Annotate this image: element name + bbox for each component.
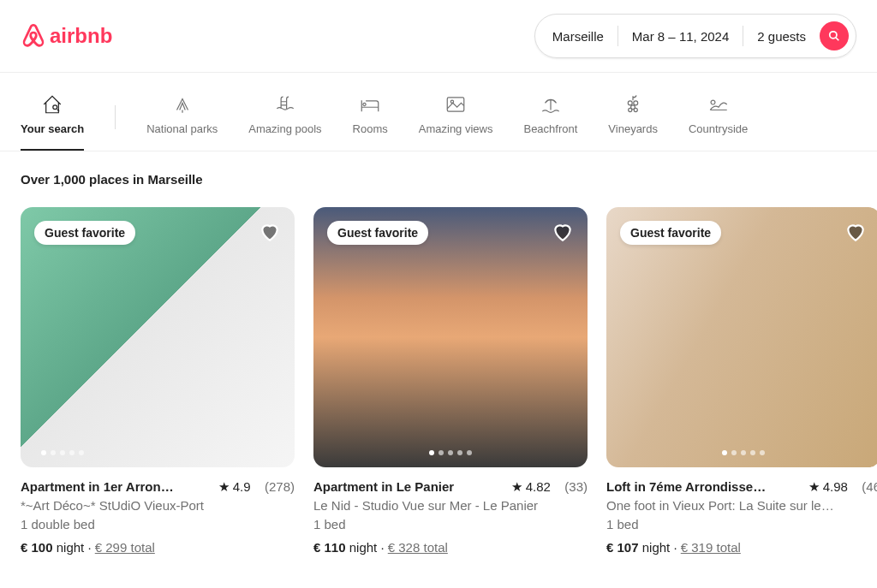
svg-rect-4 bbox=[447, 98, 464, 111]
carousel-dots bbox=[722, 450, 765, 455]
guest-favorite-badge: Guest favorite bbox=[620, 221, 721, 245]
listing-photo[interactable]: Guest favorite bbox=[21, 207, 295, 467]
category-label: National parks bbox=[146, 122, 218, 135]
favorite-heart-icon[interactable] bbox=[552, 221, 574, 243]
listing-card[interactable]: Guest favorite Loft in 7éme Arrondisse… … bbox=[606, 207, 877, 557]
category-bar: Your search National parks Amazing pools… bbox=[0, 72, 877, 151]
category-label: Beachfront bbox=[523, 122, 577, 135]
brand-name: airbnb bbox=[50, 24, 112, 48]
search-location[interactable]: Marseille bbox=[552, 29, 604, 44]
carousel-dots bbox=[429, 450, 472, 455]
logo[interactable]: airbnb bbox=[21, 22, 112, 50]
category-label: Countryside bbox=[689, 122, 748, 135]
svg-point-10 bbox=[634, 108, 637, 111]
listing-title: Loft in 7éme Arrondisse… bbox=[606, 478, 766, 496]
svg-point-9 bbox=[629, 108, 632, 111]
listing-title: Apartment in 1er Arron… bbox=[21, 478, 174, 496]
total-price[interactable]: € 319 total bbox=[681, 540, 741, 555]
search-icon bbox=[828, 30, 840, 42]
listing-subtitle: *~Art Déco~* StUdiO Vieux-Port bbox=[21, 496, 295, 515]
svg-point-7 bbox=[634, 101, 638, 105]
category-rooms[interactable]: Rooms bbox=[353, 83, 388, 151]
picture-icon bbox=[444, 93, 467, 116]
total-price[interactable]: € 328 total bbox=[388, 540, 448, 555]
pool-icon bbox=[274, 93, 296, 116]
carousel-dots bbox=[41, 450, 84, 455]
category-label: Rooms bbox=[353, 122, 388, 135]
listing-rating: ★ 4.98 (46 bbox=[808, 478, 877, 496]
grapes-icon bbox=[622, 93, 644, 116]
listing-beds: 1 bed bbox=[606, 515, 877, 534]
listing-price: € 107 night · € 319 total bbox=[606, 538, 877, 557]
category-beachfront[interactable]: Beachfront bbox=[523, 83, 577, 151]
category-your-search[interactable]: Your search bbox=[21, 83, 84, 151]
favorite-heart-icon[interactable] bbox=[844, 221, 867, 243]
search-button[interactable] bbox=[820, 21, 849, 50]
guest-favorite-badge: Guest favorite bbox=[34, 221, 135, 245]
search-pill[interactable]: Marseille Mar 8 – 11, 2024 2 guests bbox=[534, 14, 856, 58]
listing-rating: ★ 4.9 (278) bbox=[218, 478, 295, 496]
listing-price: € 110 night · € 328 total bbox=[313, 538, 588, 557]
favorite-heart-icon[interactable] bbox=[259, 221, 281, 243]
category-label: Amazing views bbox=[419, 122, 493, 135]
category-label: Vineyards bbox=[608, 122, 658, 135]
listing-beds: 1 bed bbox=[313, 515, 588, 534]
divider bbox=[115, 105, 116, 129]
search-guests[interactable]: 2 guests bbox=[757, 29, 806, 44]
category-national-parks[interactable]: National parks bbox=[146, 83, 218, 151]
house-search-icon bbox=[41, 93, 63, 116]
divider bbox=[617, 26, 618, 46]
total-price[interactable]: € 299 total bbox=[95, 540, 155, 555]
svg-point-0 bbox=[830, 32, 837, 39]
category-countryside[interactable]: Countryside bbox=[689, 83, 748, 151]
listing-price: € 100 night · € 299 total bbox=[21, 538, 295, 557]
category-amazing-pools[interactable]: Amazing pools bbox=[248, 83, 321, 151]
listing-photo[interactable]: Guest favorite bbox=[606, 207, 877, 467]
search-dates[interactable]: Mar 8 – 11, 2024 bbox=[632, 29, 729, 44]
category-label: Your search bbox=[21, 122, 84, 135]
listing-card[interactable]: Guest favorite Apartment in Le Panier ★ … bbox=[313, 207, 588, 557]
beach-icon bbox=[540, 93, 562, 116]
listing-title: Apartment in Le Panier bbox=[313, 478, 454, 496]
category-label: Amazing pools bbox=[248, 122, 321, 135]
listing-subtitle: One foot in Vieux Port: La Suite sur le… bbox=[606, 496, 877, 515]
listing-card[interactable]: Guest favorite Apartment in 1er Arron… ★… bbox=[21, 207, 295, 557]
listing-subtitle: Le Nid - Studio Vue sur Mer - Le Panier bbox=[313, 496, 588, 515]
category-vineyards[interactable]: Vineyards bbox=[608, 83, 658, 151]
pine-tree-icon bbox=[171, 93, 194, 116]
listing-photo[interactable]: Guest favorite bbox=[313, 207, 588, 467]
svg-line-1 bbox=[836, 38, 839, 41]
listing-beds: 1 double bed bbox=[21, 515, 295, 534]
results-count: Over 1,000 places in Marseille bbox=[0, 151, 877, 207]
listing-rating: ★ 4.82 (33) bbox=[511, 478, 588, 496]
svg-point-2 bbox=[53, 105, 57, 110]
listings-grid: Guest favorite Apartment in 1er Arron… ★… bbox=[0, 207, 877, 557]
countryside-icon bbox=[707, 93, 730, 116]
divider bbox=[743, 26, 743, 46]
bed-icon bbox=[359, 93, 381, 116]
category-amazing-views[interactable]: Amazing views bbox=[419, 83, 493, 151]
airbnb-logo-icon bbox=[21, 22, 46, 50]
svg-point-6 bbox=[628, 101, 632, 105]
guest-favorite-badge: Guest favorite bbox=[327, 221, 428, 245]
